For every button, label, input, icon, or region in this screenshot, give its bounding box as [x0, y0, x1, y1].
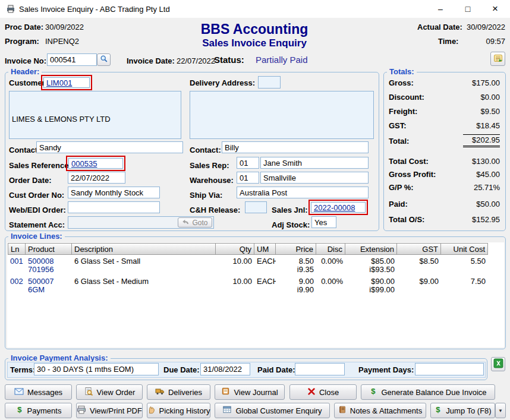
- ship-via-input[interactable]: Australia Post: [237, 187, 369, 198]
- warehouse-label: Warehouse:: [190, 176, 234, 185]
- invoice-no-label: Invoice No:: [5, 56, 46, 65]
- program-label: Program:: [5, 37, 39, 46]
- sales-jnl-link[interactable]: 2022-00008: [314, 203, 355, 212]
- terms-input[interactable]: 30 - 30 DAYS (1 mths EOM): [34, 363, 159, 375]
- export-excel-button[interactable]: [491, 357, 505, 371]
- web-edi-order-input[interactable]: [68, 201, 160, 213]
- order-date-input[interactable]: 22/07/2022: [68, 172, 125, 184]
- close-button[interactable]: Close: [289, 384, 357, 400]
- sales-jnl-input[interactable]: 2022-00008: [311, 202, 366, 213]
- payments-button[interactable]: $ Payments: [5, 403, 72, 418]
- cell-qty: 10.00: [216, 276, 254, 295]
- sales-rep-name-input[interactable]: Jane Smith: [260, 157, 369, 169]
- hand-icon: [147, 405, 156, 416]
- sales-reference-label: Sales Reference:: [9, 161, 71, 170]
- gp-percent-label: G/P %:: [389, 183, 414, 192]
- dollar-icon: $: [434, 405, 442, 416]
- messages-button[interactable]: Messages: [5, 384, 72, 400]
- sales-reference-link[interactable]: 000535: [71, 159, 97, 168]
- jump-to-button[interactable]: $ Jump To (F8): [430, 403, 495, 418]
- column-header-um: UM: [254, 243, 276, 255]
- journal-icon: [221, 387, 230, 397]
- goto-arrow-icon: [182, 218, 190, 227]
- svg-text:$: $: [436, 405, 441, 414]
- adj-stock-input[interactable]: Yes: [311, 216, 336, 228]
- deliveries-button[interactable]: Deliveries: [147, 384, 210, 400]
- invoice-date-value: 22/07/2022: [177, 56, 215, 65]
- delivery-address-code-input[interactable]: [258, 76, 281, 89]
- web-edi-order-label: Web/EDI Order:: [9, 206, 66, 214]
- customer-address-box[interactable]: LIMES & LEMONS PTY LTD 1 SEAMIST PLACE C…: [9, 91, 181, 139]
- table-row[interactable]: 001 500008 701956 6 Glass Set - Small 10…: [8, 256, 488, 275]
- warehouse-name-input[interactable]: Smallville: [260, 172, 369, 184]
- minimize-button[interactable]: –: [427, 0, 454, 18]
- cell-um: EACH: [254, 276, 276, 295]
- paid-date-input[interactable]: [295, 363, 345, 375]
- freight-value: $9.50: [480, 107, 500, 116]
- gp-percent-value: 25.71%: [474, 183, 500, 192]
- warehouse-code-input[interactable]: 01: [237, 172, 259, 184]
- goto-button[interactable]: Goto: [178, 217, 212, 228]
- notes-attachments-button[interactable]: Notes & Attachments: [334, 403, 426, 418]
- total-os-value: $152.95: [472, 215, 500, 224]
- customer-input[interactable]: LIM001: [43, 77, 90, 88]
- invoice-lines-header-row: Ln Product Description Qty UM Price Disc…: [8, 243, 488, 255]
- delivery-address-box[interactable]: [190, 91, 374, 139]
- form-layout-button[interactable]: [490, 52, 505, 66]
- cell-extension: $90.00 i$99.00: [345, 276, 397, 295]
- contact2-input[interactable]: Billy: [222, 141, 369, 153]
- column-header-disc: Disc: [316, 243, 345, 255]
- ship-via-label: Ship Via:: [190, 191, 222, 200]
- close-x-icon: [307, 387, 316, 397]
- freight-label: Freight:: [389, 107, 417, 116]
- due-date-input[interactable]: 31/08/2022: [200, 363, 250, 375]
- proc-date-value: 30/09/2022: [45, 23, 84, 31]
- search-icon: [100, 55, 108, 65]
- actual-date-value: 30/09/2022: [467, 23, 505, 31]
- invoice-lines-section: Invoice Lines: Ln Product Description Qt…: [5, 236, 506, 349]
- gst-value: $18.45: [476, 121, 500, 130]
- sales-reference-input[interactable]: 000535: [68, 158, 123, 169]
- global-customer-enquiry-button[interactable]: Global Customer Enquiry: [215, 403, 330, 418]
- view-print-pdf-button[interactable]: View/Print PDF: [76, 403, 143, 418]
- app-title: BBS Accounting: [137, 21, 372, 37]
- column-header-product: Product: [26, 243, 72, 255]
- column-header-ln: Ln: [8, 243, 26, 255]
- table-row[interactable]: 002 500007 6GM 6 Glass Set - Medium 10.0…: [8, 276, 488, 295]
- cell-unit-cost: 7.50: [441, 276, 488, 295]
- generate-balance-due-invoice-button[interactable]: $ Generate Balance Due Invoice: [361, 384, 495, 400]
- gross-profit-label: Gross Profit:: [389, 170, 436, 179]
- total-os-label: Total O/S:: [389, 215, 424, 224]
- delivery-address-label: Delivery Address:: [190, 78, 255, 87]
- payment-days-input[interactable]: [415, 363, 484, 375]
- invoice-no-input[interactable]: 000541: [47, 53, 97, 66]
- column-header-description: Description: [72, 243, 216, 255]
- goto-button-label: Goto: [192, 219, 207, 227]
- jump-to-dropdown-button[interactable]: ▼: [495, 403, 506, 418]
- status-value: Partially Paid: [256, 55, 308, 65]
- picking-history-button[interactable]: Picking History: [147, 403, 210, 418]
- cell-um: EACH: [254, 256, 276, 275]
- contact-label: Contact:: [9, 146, 40, 154]
- close-window-button[interactable]: ×: [481, 0, 509, 18]
- sales-rep-label: Sales Rep:: [190, 161, 229, 170]
- payment-analysis-title: Invoice Payment Analysis:: [8, 353, 111, 362]
- sales-rep-code-input[interactable]: 01: [237, 157, 259, 169]
- cell-extension: $85.00 i$93.50: [345, 256, 397, 275]
- ch-release-input[interactable]: [245, 201, 267, 213]
- column-header-gst: GST: [397, 243, 441, 255]
- view-order-button[interactable]: View Order: [76, 384, 143, 400]
- customer-link[interactable]: LIM001: [46, 78, 72, 87]
- invoice-search-button[interactable]: [97, 53, 111, 66]
- view-journal-button[interactable]: View Journal: [215, 384, 285, 400]
- cell-product: 500007 6GM: [26, 276, 72, 295]
- cust-order-no-label: Cust Order No:: [9, 191, 64, 200]
- gross-profit-value: $45.00: [476, 170, 500, 179]
- terms-label: Terms:: [10, 365, 35, 374]
- maximize-button[interactable]: □: [454, 0, 481, 18]
- invoice-date-label: Invoice Date:: [127, 56, 175, 65]
- cell-ln: 002: [8, 276, 26, 295]
- cust-order-no-input[interactable]: Sandy Monthly Stock: [68, 187, 160, 198]
- contact-input[interactable]: Sandy: [36, 141, 183, 153]
- title-bar[interactable]: Sales Invoice Enquiry - ABC Trading Pty …: [0, 0, 510, 18]
